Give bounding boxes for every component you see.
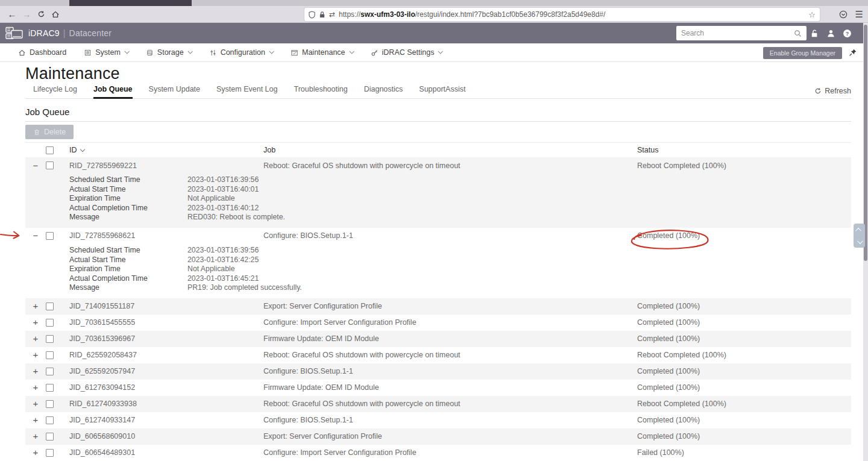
job-id: RID_727855969221	[64, 162, 258, 170]
detail-label: Scheduled Start Time	[69, 246, 187, 256]
idrac-logo-icon[interactable]	[5, 27, 24, 40]
nav-item-configuration[interactable]: Configuration	[209, 48, 273, 57]
browser-active-tab[interactable]	[69, 0, 192, 6]
chevron-down-icon	[269, 49, 274, 54]
row-checkbox[interactable]	[46, 351, 54, 359]
row-checkbox[interactable]	[46, 368, 54, 375]
sort-id-chevron-icon[interactable]	[80, 146, 84, 151]
shield-icon[interactable]	[309, 11, 315, 19]
delete-button[interactable]: Delete	[25, 125, 74, 139]
home-button[interactable]	[48, 8, 63, 21]
row-checkbox[interactable]	[46, 232, 54, 240]
tab-troubleshooting[interactable]: Troubleshooting	[294, 85, 347, 99]
job-name: Reboot: Graceful OS shutdown with powerc…	[258, 162, 632, 170]
column-header-id[interactable]: ID	[69, 146, 77, 154]
search-icon[interactable]	[794, 30, 802, 37]
expand-toggle[interactable]: +	[33, 382, 39, 392]
tab-supportassist[interactable]: SupportAssist	[419, 85, 465, 99]
expand-toggle[interactable]: +	[33, 333, 39, 343]
tab-diagnostics[interactable]: Diagnostics	[364, 85, 403, 99]
scroll-up-icon[interactable]	[855, 227, 861, 233]
pin-icon[interactable]	[849, 48, 857, 57]
refresh-button[interactable]: Refresh	[814, 87, 851, 95]
nav-item-dashboard[interactable]: Dashboard	[18, 48, 66, 57]
menu-icon[interactable]: ☰	[855, 9, 863, 20]
back-button[interactable]: ←	[5, 8, 19, 21]
scroll-widget[interactable]	[854, 224, 865, 248]
configuration-icon	[209, 49, 217, 57]
row-checkbox[interactable]	[46, 400, 54, 408]
expand-toggle[interactable]: +	[33, 415, 39, 425]
detail-label: Expiration Time	[69, 265, 187, 274]
toolbar: Delete	[25, 125, 851, 139]
expand-toggle[interactable]: −	[33, 230, 39, 240]
job-id: JID_714091551187	[64, 302, 258, 310]
tab-system-event-log[interactable]: System Event Log	[216, 85, 277, 99]
table-row: + JID_703615396967 Firmware Update: OEM …	[25, 331, 851, 347]
detail-label: Message	[69, 213, 187, 222]
nav-item-maintenance[interactable]: Maintenance	[291, 48, 353, 57]
job-status: Completed (100%)	[632, 432, 851, 441]
system-icon	[84, 49, 92, 57]
row-checkbox[interactable]	[46, 319, 54, 327]
help-icon[interactable]: ?	[843, 29, 852, 38]
column-header-job: Job	[258, 146, 632, 154]
job-status: Completed (100%)	[632, 302, 851, 310]
job-details: Scheduled Start Time2023-01-03T16:39:56A…	[25, 244, 851, 298]
nav-item-storage[interactable]: Storage	[146, 48, 192, 57]
detail-label: Actual Start Time	[69, 256, 187, 265]
tab-job-queue[interactable]: Job Queue	[93, 85, 133, 99]
detail-label: Message	[69, 283, 187, 293]
job-status: Reboot Completed (100%)	[632, 162, 851, 170]
job-status: Completed (100%)	[632, 318, 851, 327]
tab-lifecycle-log[interactable]: Lifecycle Log	[33, 85, 77, 99]
row-checkbox[interactable]	[46, 303, 54, 310]
job-name: Configure: BIOS.Setup.1-1	[258, 367, 632, 375]
bookmark-star-icon[interactable]: ☆	[808, 10, 816, 19]
sync-arrows-icon[interactable]: ⇄	[329, 10, 335, 19]
nav-item-system[interactable]: System	[84, 48, 128, 57]
job-id: JID_727855968621	[64, 231, 258, 240]
row-checkbox[interactable]	[46, 433, 54, 441]
expand-toggle[interactable]: +	[33, 366, 39, 376]
detail-value: 2023-01-03T16:40:01	[187, 185, 259, 195]
detail-label: Expiration Time	[69, 194, 187, 204]
expand-toggle[interactable]: +	[33, 317, 39, 327]
row-checkbox[interactable]	[46, 384, 54, 392]
detail-label: Scheduled Start Time	[69, 175, 187, 185]
chevron-down-icon	[349, 49, 354, 54]
expand-toggle[interactable]: +	[33, 431, 39, 441]
row-checkbox[interactable]	[46, 162, 54, 169]
job-name: Reboot: Graceful OS shutdown with powerc…	[258, 351, 632, 359]
lock-icon[interactable]	[319, 11, 326, 19]
detail-value: 2023-01-03T16:45:21	[187, 274, 259, 284]
expand-toggle[interactable]: +	[33, 301, 39, 311]
expand-toggle[interactable]: +	[33, 350, 39, 360]
tab-system-update[interactable]: System Update	[149, 85, 200, 99]
app-header: iDRAC9|Datacenter ?	[0, 23, 868, 43]
detail-label: Actual Completion Time	[69, 274, 187, 284]
expand-toggle[interactable]: +	[33, 398, 39, 409]
detail-value: 2023-01-03T16:39:56	[187, 175, 259, 185]
expand-toggle[interactable]: +	[33, 447, 39, 457]
url-bar[interactable]: ⇄ https://swx-ufm3-03-ilo/restgui/index.…	[304, 8, 820, 21]
row-checkbox[interactable]	[46, 335, 54, 343]
nav-item-idrac-settings[interactable]: iDRAC Settings	[371, 48, 442, 57]
detail-line: Expiration TimeNot Applicable	[69, 194, 851, 204]
row-checkbox[interactable]	[46, 449, 54, 457]
expand-toggle[interactable]: −	[33, 160, 39, 171]
detail-line: Actual Completion Time2023-01-03T16:40:1…	[69, 204, 851, 213]
unlock-icon[interactable]	[810, 29, 819, 38]
table-row: + JID_606568609010 Export: Server Config…	[25, 428, 851, 445]
user-icon[interactable]	[826, 29, 835, 38]
reload-button[interactable]	[34, 8, 48, 21]
enable-group-manager-button[interactable]: Enable Group Manager	[763, 47, 842, 59]
svg-text:?: ?	[846, 30, 849, 36]
forward-button[interactable]: →	[19, 8, 34, 21]
scroll-down-icon[interactable]	[857, 238, 863, 244]
search-input[interactable]	[681, 29, 794, 37]
row-checkbox[interactable]	[46, 416, 54, 424]
chevron-down-icon	[438, 49, 443, 54]
select-all-checkbox[interactable]	[46, 146, 54, 154]
pocket-icon[interactable]	[839, 10, 848, 19]
